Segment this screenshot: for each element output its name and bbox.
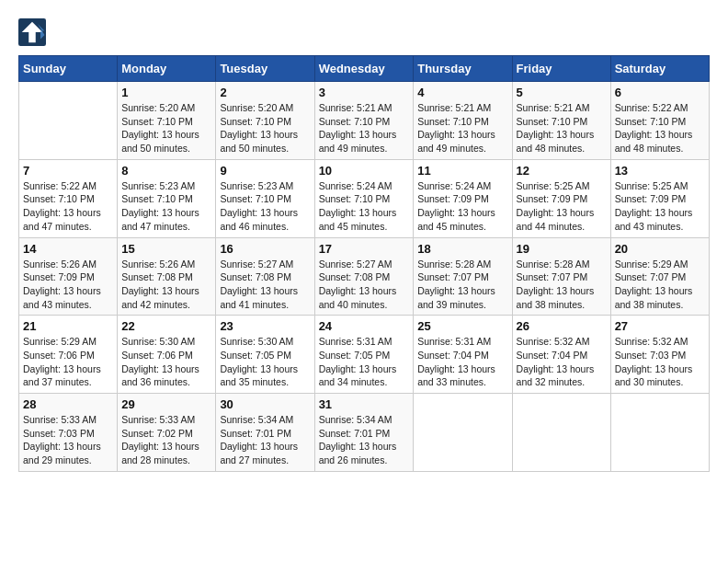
- day-info: Sunrise: 5:29 AM Sunset: 7:06 PM Dayligh…: [23, 335, 113, 389]
- day-info: Sunrise: 5:21 AM Sunset: 7:10 PM Dayligh…: [517, 101, 607, 155]
- day-number: 7: [23, 164, 113, 178]
- day-cell: 13Sunrise: 5:25 AM Sunset: 7:09 PM Dayli…: [610, 159, 709, 237]
- day-info: Sunrise: 5:25 AM Sunset: 7:09 PM Dayligh…: [517, 179, 607, 234]
- day-number: 26: [517, 319, 607, 333]
- day-cell: 12Sunrise: 5:25 AM Sunset: 7:09 PM Dayli…: [512, 159, 610, 237]
- day-number: 27: [615, 319, 705, 333]
- calendar-table: SundayMondayTuesdayWednesdayThursdayFrid…: [18, 55, 710, 472]
- day-cell: 19Sunrise: 5:28 AM Sunset: 7:07 PM Dayli…: [512, 237, 610, 316]
- day-number: 20: [615, 242, 705, 256]
- day-number: 4: [417, 86, 507, 99]
- column-header-friday: Friday: [512, 56, 610, 82]
- day-cell: 10Sunrise: 5:24 AM Sunset: 7:10 PM Dayli…: [314, 159, 414, 237]
- day-info: Sunrise: 5:34 AM Sunset: 7:01 PM Dayligh…: [319, 413, 410, 467]
- day-info: Sunrise: 5:26 AM Sunset: 7:09 PM Dayligh…: [23, 258, 113, 312]
- day-cell: [19, 82, 118, 160]
- day-number: 10: [319, 164, 410, 178]
- day-cell: [512, 394, 610, 472]
- day-info: Sunrise: 5:20 AM Sunset: 7:10 PM Dayligh…: [121, 101, 211, 155]
- day-info: Sunrise: 5:27 AM Sunset: 7:08 PM Dayligh…: [319, 258, 410, 312]
- day-number: 1: [121, 86, 211, 99]
- day-number: 3: [319, 86, 410, 99]
- day-number: 9: [220, 164, 310, 178]
- day-info: Sunrise: 5:22 AM Sunset: 7:10 PM Dayligh…: [23, 179, 113, 234]
- day-cell: 25Sunrise: 5:31 AM Sunset: 7:04 PM Dayli…: [414, 316, 512, 394]
- day-info: Sunrise: 5:21 AM Sunset: 7:10 PM Dayligh…: [417, 101, 507, 155]
- day-cell: 6Sunrise: 5:22 AM Sunset: 7:10 PM Daylig…: [610, 82, 709, 160]
- column-header-thursday: Thursday: [414, 56, 512, 82]
- day-cell: 1Sunrise: 5:20 AM Sunset: 7:10 PM Daylig…: [118, 82, 216, 160]
- day-number: 21: [23, 319, 113, 333]
- day-number: 5: [517, 86, 607, 99]
- day-info: Sunrise: 5:28 AM Sunset: 7:07 PM Dayligh…: [517, 258, 607, 312]
- day-cell: 29Sunrise: 5:33 AM Sunset: 7:02 PM Dayli…: [118, 394, 216, 472]
- day-info: Sunrise: 5:31 AM Sunset: 7:04 PM Dayligh…: [417, 335, 507, 389]
- day-cell: 9Sunrise: 5:23 AM Sunset: 7:10 PM Daylig…: [216, 159, 314, 237]
- day-info: Sunrise: 5:24 AM Sunset: 7:09 PM Dayligh…: [417, 179, 507, 234]
- day-number: 11: [417, 164, 507, 178]
- day-info: Sunrise: 5:24 AM Sunset: 7:10 PM Dayligh…: [319, 179, 410, 234]
- column-header-tuesday: Tuesday: [216, 56, 314, 82]
- day-number: 29: [121, 397, 211, 411]
- day-cell: 3Sunrise: 5:21 AM Sunset: 7:10 PM Daylig…: [314, 82, 414, 160]
- day-info: Sunrise: 5:23 AM Sunset: 7:10 PM Dayligh…: [121, 179, 211, 234]
- day-number: 28: [23, 397, 113, 411]
- day-cell: 26Sunrise: 5:32 AM Sunset: 7:04 PM Dayli…: [512, 316, 610, 394]
- day-cell: 4Sunrise: 5:21 AM Sunset: 7:10 PM Daylig…: [414, 82, 512, 160]
- day-info: Sunrise: 5:33 AM Sunset: 7:03 PM Dayligh…: [23, 413, 113, 467]
- day-number: 8: [121, 164, 211, 178]
- day-cell: 14Sunrise: 5:26 AM Sunset: 7:09 PM Dayli…: [19, 237, 118, 316]
- day-number: 24: [319, 319, 410, 333]
- day-cell: 11Sunrise: 5:24 AM Sunset: 7:09 PM Dayli…: [414, 159, 512, 237]
- day-cell: [610, 394, 709, 472]
- day-cell: 30Sunrise: 5:34 AM Sunset: 7:01 PM Dayli…: [216, 394, 314, 472]
- day-number: 23: [220, 319, 310, 333]
- day-cell: 31Sunrise: 5:34 AM Sunset: 7:01 PM Dayli…: [314, 394, 414, 472]
- week-row-1: 1Sunrise: 5:20 AM Sunset: 7:10 PM Daylig…: [19, 82, 710, 160]
- column-header-saturday: Saturday: [610, 56, 709, 82]
- logo: [18, 18, 50, 46]
- column-header-monday: Monday: [118, 56, 216, 82]
- day-info: Sunrise: 5:31 AM Sunset: 7:05 PM Dayligh…: [319, 335, 410, 389]
- day-number: 30: [220, 397, 310, 411]
- logo-icon: [18, 18, 46, 46]
- day-cell: 22Sunrise: 5:30 AM Sunset: 7:06 PM Dayli…: [118, 316, 216, 394]
- day-cell: 17Sunrise: 5:27 AM Sunset: 7:08 PM Dayli…: [314, 237, 414, 316]
- day-cell: 7Sunrise: 5:22 AM Sunset: 7:10 PM Daylig…: [19, 159, 118, 237]
- day-number: 25: [417, 319, 507, 333]
- day-info: Sunrise: 5:25 AM Sunset: 7:09 PM Dayligh…: [615, 179, 705, 234]
- day-number: 15: [121, 242, 211, 256]
- day-cell: 27Sunrise: 5:32 AM Sunset: 7:03 PM Dayli…: [610, 316, 709, 394]
- day-info: Sunrise: 5:30 AM Sunset: 7:05 PM Dayligh…: [220, 335, 310, 389]
- day-info: Sunrise: 5:26 AM Sunset: 7:08 PM Dayligh…: [121, 258, 211, 312]
- day-info: Sunrise: 5:32 AM Sunset: 7:03 PM Dayligh…: [615, 335, 705, 389]
- day-info: Sunrise: 5:27 AM Sunset: 7:08 PM Dayligh…: [220, 258, 310, 312]
- day-info: Sunrise: 5:32 AM Sunset: 7:04 PM Dayligh…: [517, 335, 607, 389]
- day-cell: 23Sunrise: 5:30 AM Sunset: 7:05 PM Dayli…: [216, 316, 314, 394]
- day-number: 22: [121, 319, 211, 333]
- day-number: 19: [517, 242, 607, 256]
- day-cell: 18Sunrise: 5:28 AM Sunset: 7:07 PM Dayli…: [414, 237, 512, 316]
- day-cell: 24Sunrise: 5:31 AM Sunset: 7:05 PM Dayli…: [314, 316, 414, 394]
- week-row-5: 28Sunrise: 5:33 AM Sunset: 7:03 PM Dayli…: [19, 394, 710, 472]
- week-row-2: 7Sunrise: 5:22 AM Sunset: 7:10 PM Daylig…: [19, 159, 710, 237]
- page-header: [18, 18, 710, 46]
- day-cell: 15Sunrise: 5:26 AM Sunset: 7:08 PM Dayli…: [118, 237, 216, 316]
- day-number: 17: [319, 242, 410, 256]
- day-number: 16: [220, 242, 310, 256]
- day-info: Sunrise: 5:33 AM Sunset: 7:02 PM Dayligh…: [121, 413, 211, 467]
- day-info: Sunrise: 5:22 AM Sunset: 7:10 PM Dayligh…: [615, 101, 705, 155]
- day-cell: 20Sunrise: 5:29 AM Sunset: 7:07 PM Dayli…: [610, 237, 709, 316]
- day-cell: 16Sunrise: 5:27 AM Sunset: 7:08 PM Dayli…: [216, 237, 314, 316]
- day-number: 13: [615, 164, 705, 178]
- day-info: Sunrise: 5:30 AM Sunset: 7:06 PM Dayligh…: [121, 335, 211, 389]
- week-row-3: 14Sunrise: 5:26 AM Sunset: 7:09 PM Dayli…: [19, 237, 710, 316]
- day-number: 2: [220, 86, 310, 99]
- day-number: 6: [615, 86, 705, 99]
- day-cell: 28Sunrise: 5:33 AM Sunset: 7:03 PM Dayli…: [19, 394, 118, 472]
- day-info: Sunrise: 5:23 AM Sunset: 7:10 PM Dayligh…: [220, 179, 310, 234]
- day-cell: 2Sunrise: 5:20 AM Sunset: 7:10 PM Daylig…: [216, 82, 314, 160]
- day-info: Sunrise: 5:20 AM Sunset: 7:10 PM Dayligh…: [220, 101, 310, 155]
- day-number: 18: [417, 242, 507, 256]
- week-row-4: 21Sunrise: 5:29 AM Sunset: 7:06 PM Dayli…: [19, 316, 710, 394]
